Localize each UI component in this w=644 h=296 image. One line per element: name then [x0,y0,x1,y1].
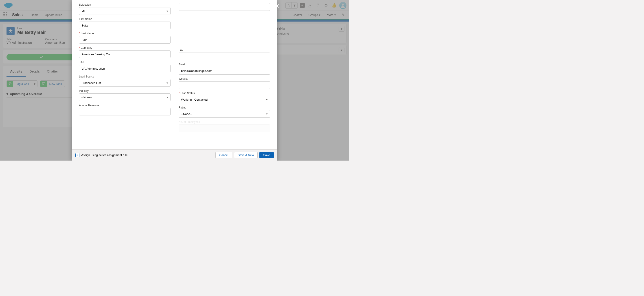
close-modal-button[interactable]: ✕ [275,3,280,10]
first-name-input[interactable] [79,22,170,29]
chevron-down-icon: ▾ [166,10,168,13]
blank-top-input[interactable] [178,3,270,11]
modal-footer: Assign using active assignment rule Canc… [72,149,277,161]
website-input[interactable] [178,81,270,89]
website-label: Website [178,77,270,80]
salutation-label: Salutation [79,3,170,6]
save-new-button[interactable]: Save & New [234,152,258,158]
employees-label: No. of Employees [178,120,270,124]
lead-status-select[interactable]: Working - Contacted▾ [178,96,270,103]
company-label: Company [79,46,170,49]
assign-rule-checkbox[interactable] [76,153,80,157]
industry-select[interactable]: --None--▾ [79,93,170,101]
edit-lead-modal: Salutation Ms▾ First Name Last Name Comp… [72,0,277,161]
salutation-select[interactable]: Ms▾ [79,7,170,15]
title-input[interactable] [79,65,170,72]
lead-source-select[interactable]: Purchased List▾ [79,79,170,87]
title-field-label: Title [79,61,170,64]
fax-input[interactable] [178,53,270,60]
industry-label: Industry [79,89,170,93]
rating-select[interactable]: --None--▾ [178,110,270,118]
annual-revenue-input[interactable] [79,108,170,115]
lead-status-label: Lead Status [178,92,270,95]
company-input[interactable] [79,50,170,58]
first-name-label: First Name [79,18,170,21]
employees-input-disabled [178,124,270,132]
lead-source-label: Lead Source [79,75,170,78]
fax-label: Fax [178,49,270,52]
modal-left-column: Salutation Ms▾ First Name Last Name Comp… [79,3,170,149]
rating-label: Rating [178,106,270,109]
email-input[interactable] [178,67,270,75]
save-button[interactable]: Save [260,152,274,158]
chevron-down-icon: ▾ [166,81,168,85]
last-name-label: Last Name [79,32,170,35]
last-name-input[interactable] [79,36,170,44]
assign-rule-label: Assign using active assignment rule [81,153,128,157]
email-label: Email [178,63,270,66]
modal-overlay: ✕ Salutation Ms▾ First Name Last Name Co… [0,0,349,161]
chevron-down-icon: ▾ [166,96,168,99]
chevron-down-icon: ▾ [266,98,268,101]
chevron-down-icon: ▾ [266,112,268,116]
annual-revenue-label: Annual Revenue [79,104,170,107]
cancel-button[interactable]: Cancel [216,152,232,158]
modal-right-column: Fax Email Website Lead Status Working - … [178,3,270,149]
